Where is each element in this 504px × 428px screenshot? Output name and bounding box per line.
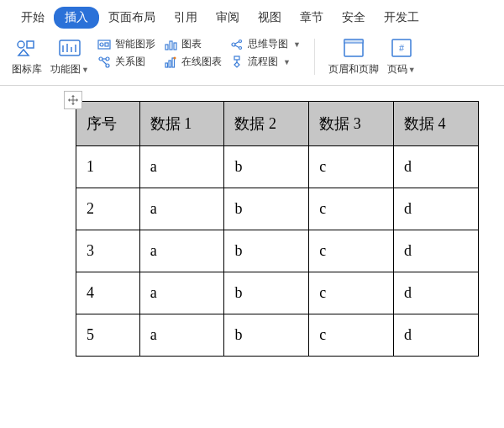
table-cell[interactable]: b [224, 146, 309, 188]
table-cell[interactable]: d [394, 272, 479, 314]
toolbar-divider [314, 39, 315, 75]
mindmap-icon [230, 38, 244, 51]
chevron-down-icon: ▼ [293, 40, 301, 49]
tool-label: 页码▼ [387, 62, 416, 77]
table-cell[interactable]: d [394, 314, 479, 357]
tool-function-chart[interactable]: 功能图▼ [50, 37, 89, 77]
document-area[interactable]: 序号 数据 1 数据 2 数据 3 数据 4 1abcd2abcd3abcd4a… [0, 86, 504, 357]
tab-security[interactable]: 安全 [333, 7, 375, 29]
table-cell[interactable]: c [309, 146, 394, 188]
tool-smart-graphic[interactable]: 智能图形 [97, 37, 155, 51]
table-cell[interactable]: c [309, 230, 394, 272]
header-footer-icon [341, 37, 366, 59]
ribbon-tabs: 开始 插入 页面布局 引用 审阅 视图 章节 安全 开发工 [0, 0, 504, 32]
tool-header-footer[interactable]: 页眉和页脚 [328, 37, 379, 77]
table-cell[interactable]: a [139, 188, 224, 230]
svg-rect-18 [165, 63, 168, 67]
ribbon: 开始 插入 页面布局 引用 审阅 视图 章节 安全 开发工 图标库 功能图▼ 智… [0, 0, 504, 86]
table-cell[interactable]: a [139, 314, 224, 357]
table-cell[interactable]: b [224, 230, 309, 272]
table-cell[interactable]: a [139, 272, 224, 314]
table-cell[interactable]: c [309, 188, 394, 230]
table-row: 1abcd [76, 146, 479, 188]
svg-point-22 [232, 43, 235, 46]
svg-text:#: # [399, 43, 405, 53]
tab-references[interactable]: 引用 [165, 7, 207, 29]
table-cell[interactable]: 1 [76, 146, 140, 188]
table-cell[interactable]: 2 [76, 188, 140, 230]
svg-point-12 [106, 57, 109, 61]
tool-label: 图表 [181, 37, 202, 51]
bar-chart-icon [164, 38, 177, 51]
table-cell[interactable]: c [309, 272, 394, 314]
table-move-handle[interactable] [64, 91, 82, 109]
table-header[interactable]: 数据 4 [394, 102, 479, 146]
table-cell[interactable]: c [309, 314, 394, 357]
tool-label: 流程图 [248, 55, 278, 69]
table-header[interactable]: 数据 1 [139, 102, 224, 146]
tool-relation[interactable]: 关系图 [97, 55, 155, 69]
table-cell[interactable]: b [224, 272, 309, 314]
table-cell[interactable]: 5 [76, 314, 140, 357]
tool-label: 关系图 [115, 55, 145, 69]
tab-sections[interactable]: 章节 [291, 7, 333, 29]
tool-stack-3: 思维导图▼ 流程图▼ [230, 37, 301, 69]
svg-line-13 [102, 60, 106, 64]
tab-developer[interactable]: 开发工 [375, 7, 428, 29]
svg-point-23 [239, 40, 241, 42]
tool-online-chart[interactable]: 在线图表 [164, 55, 222, 69]
table-row: 5abcd [76, 314, 479, 357]
table-cell[interactable]: 3 [76, 230, 140, 272]
tool-mindmap[interactable]: 思维导图▼ [230, 37, 301, 51]
document-table[interactable]: 序号 数据 1 数据 2 数据 3 数据 4 1abcd2abcd3abcd4a… [76, 101, 479, 357]
tool-page-number[interactable]: # 页码▼ [387, 37, 416, 77]
table-cell[interactable]: d [394, 230, 479, 272]
svg-rect-9 [105, 43, 108, 46]
table-header[interactable]: 序号 [76, 102, 140, 146]
table-row: 4abcd [76, 272, 479, 314]
tool-icon-library[interactable]: 图标库 [12, 37, 42, 77]
online-chart-icon [164, 55, 177, 69]
svg-point-10 [99, 57, 102, 61]
table-cell[interactable]: a [139, 146, 224, 188]
tool-label: 功能图▼ [50, 62, 89, 77]
svg-line-25 [235, 41, 239, 44]
svg-rect-30 [344, 40, 363, 43]
toolbar: 图标库 功能图▼ 智能图形 关系图 图表 [0, 32, 504, 85]
table-cell[interactable]: d [394, 146, 479, 188]
table-cell[interactable]: d [394, 188, 479, 230]
tool-label: 图标库 [12, 62, 42, 77]
table-row: 3abcd [76, 230, 479, 272]
tab-view[interactable]: 视图 [249, 7, 291, 29]
tab-home[interactable]: 开始 [12, 7, 54, 29]
svg-rect-27 [234, 56, 239, 60]
tool-flowchart[interactable]: 流程图▼ [230, 55, 301, 69]
svg-rect-19 [169, 61, 171, 67]
table-header-row: 序号 数据 1 数据 2 数据 3 数据 4 [76, 102, 479, 146]
tool-stack-1: 智能图形 关系图 [97, 37, 155, 69]
svg-point-11 [106, 64, 109, 67]
tool-chart[interactable]: 图表 [164, 37, 222, 51]
svg-point-24 [239, 46, 241, 49]
table-header[interactable]: 数据 2 [224, 102, 309, 146]
table-header[interactable]: 数据 3 [309, 102, 394, 146]
svg-point-8 [100, 43, 103, 46]
tool-label: 页眉和页脚 [328, 62, 379, 77]
table-cell[interactable]: b [224, 188, 309, 230]
relation-icon [97, 55, 111, 69]
table-cell[interactable]: 4 [76, 272, 140, 314]
table-row: 2abcd [76, 188, 479, 230]
page-number-icon: # [389, 37, 414, 59]
table-cell[interactable]: a [139, 230, 224, 272]
tool-label: 智能图形 [115, 37, 155, 51]
table-cell[interactable]: b [224, 314, 309, 357]
flowchart-icon [230, 55, 244, 69]
tab-page-layout[interactable]: 页面布局 [99, 7, 165, 29]
svg-rect-20 [172, 58, 175, 67]
tab-insert[interactable]: 插入 [54, 7, 99, 29]
chevron-down-icon: ▼ [408, 66, 416, 74]
smart-graphic-icon [97, 38, 111, 51]
function-chart-icon [57, 37, 82, 59]
tab-review[interactable]: 审阅 [207, 7, 249, 29]
tool-stack-2: 图表 在线图表 [164, 37, 222, 69]
